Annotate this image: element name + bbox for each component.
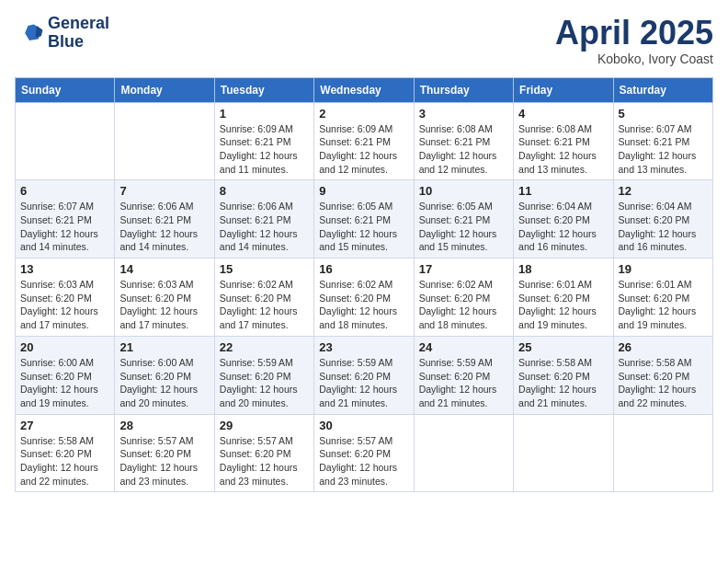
day-info: Sunrise: 5:58 AM Sunset: 6:20 PM Dayligh…: [20, 434, 109, 488]
weekday-header: Wednesday: [314, 77, 414, 102]
calendar-cell: 26Sunrise: 5:58 AM Sunset: 6:20 PM Dayli…: [613, 336, 712, 414]
calendar-cell: [514, 414, 613, 492]
day-info: Sunrise: 6:08 AM Sunset: 6:21 PM Dayligh…: [518, 122, 608, 177]
logo-line2: Blue: [48, 33, 109, 52]
day-info: Sunrise: 6:08 AM Sunset: 6:21 PM Dayligh…: [419, 122, 508, 177]
day-number: 23: [319, 340, 408, 354]
day-number: 16: [319, 262, 408, 276]
title-block: April 2025 Koboko, Ivory Coast: [555, 15, 713, 66]
day-info: Sunrise: 6:07 AM Sunset: 6:21 PM Dayligh…: [20, 200, 109, 254]
weekday-header: Thursday: [414, 77, 513, 102]
day-number: 18: [518, 262, 608, 276]
day-number: 21: [119, 340, 209, 354]
calendar-cell: 28Sunrise: 5:57 AM Sunset: 6:20 PM Dayli…: [115, 414, 214, 492]
calendar-week-row: 1Sunrise: 6:09 AM Sunset: 6:21 PM Daylig…: [16, 102, 713, 180]
calendar-cell: 4Sunrise: 6:08 AM Sunset: 6:21 PM Daylig…: [514, 102, 613, 180]
calendar-week-row: 27Sunrise: 5:58 AM Sunset: 6:20 PM Dayli…: [16, 414, 713, 492]
logo-icon: [15, 18, 44, 48]
day-number: 15: [220, 262, 309, 276]
day-number: 25: [518, 340, 608, 354]
day-info: Sunrise: 6:07 AM Sunset: 6:21 PM Dayligh…: [619, 122, 708, 177]
day-number: 3: [419, 107, 508, 121]
calendar-cell: 29Sunrise: 5:57 AM Sunset: 6:20 PM Dayli…: [214, 414, 313, 492]
calendar-cell: 21Sunrise: 6:00 AM Sunset: 6:20 PM Dayli…: [115, 336, 214, 414]
calendar-cell: 23Sunrise: 5:59 AM Sunset: 6:20 PM Dayli…: [314, 336, 414, 414]
day-number: 19: [619, 262, 708, 276]
day-info: Sunrise: 6:02 AM Sunset: 6:20 PM Dayligh…: [319, 278, 408, 332]
calendar-cell: [613, 414, 712, 492]
day-info: Sunrise: 5:58 AM Sunset: 6:20 PM Dayligh…: [518, 356, 608, 410]
day-number: 2: [319, 107, 408, 121]
calendar-cell: 7Sunrise: 6:06 AM Sunset: 6:21 PM Daylig…: [115, 180, 214, 259]
day-info: Sunrise: 6:02 AM Sunset: 6:20 PM Dayligh…: [220, 278, 309, 332]
calendar-cell: [16, 102, 115, 180]
day-info: Sunrise: 6:04 AM Sunset: 6:20 PM Dayligh…: [619, 200, 708, 254]
month-title: April 2025: [555, 15, 713, 52]
calendar-cell: 5Sunrise: 6:07 AM Sunset: 6:21 PM Daylig…: [613, 102, 712, 180]
calendar-cell: 1Sunrise: 6:09 AM Sunset: 6:21 PM Daylig…: [214, 102, 313, 180]
day-number: 13: [20, 262, 109, 276]
day-number: 8: [220, 184, 309, 198]
day-number: 4: [518, 107, 608, 121]
calendar-cell: 2Sunrise: 6:09 AM Sunset: 6:21 PM Daylig…: [314, 102, 414, 180]
day-info: Sunrise: 5:59 AM Sunset: 6:20 PM Dayligh…: [319, 356, 408, 410]
calendar-cell: [414, 414, 513, 492]
day-info: Sunrise: 6:04 AM Sunset: 6:20 PM Dayligh…: [518, 200, 608, 254]
day-info: Sunrise: 5:58 AM Sunset: 6:20 PM Dayligh…: [619, 356, 708, 410]
calendar-cell: 30Sunrise: 5:57 AM Sunset: 6:20 PM Dayli…: [314, 414, 414, 492]
day-info: Sunrise: 6:00 AM Sunset: 6:20 PM Dayligh…: [20, 356, 109, 410]
day-info: Sunrise: 6:03 AM Sunset: 6:20 PM Dayligh…: [119, 278, 209, 332]
day-info: Sunrise: 6:01 AM Sunset: 6:20 PM Dayligh…: [518, 278, 608, 332]
day-info: Sunrise: 5:59 AM Sunset: 6:20 PM Dayligh…: [419, 356, 508, 410]
weekday-header: Monday: [115, 77, 214, 102]
day-number: 20: [20, 340, 109, 354]
calendar-cell: 14Sunrise: 6:03 AM Sunset: 6:20 PM Dayli…: [115, 259, 214, 337]
calendar-cell: 27Sunrise: 5:58 AM Sunset: 6:20 PM Dayli…: [16, 414, 115, 492]
calendar-cell: 20Sunrise: 6:00 AM Sunset: 6:20 PM Dayli…: [16, 336, 115, 414]
day-number: 29: [220, 419, 309, 432]
calendar-week-row: 6Sunrise: 6:07 AM Sunset: 6:21 PM Daylig…: [16, 180, 713, 259]
day-info: Sunrise: 6:00 AM Sunset: 6:20 PM Dayligh…: [119, 356, 209, 410]
day-number: 5: [619, 107, 708, 121]
calendar-cell: 18Sunrise: 6:01 AM Sunset: 6:20 PM Dayli…: [514, 259, 613, 337]
weekday-header-row: SundayMondayTuesdayWednesdayThursdayFrid…: [16, 77, 713, 102]
day-number: 14: [119, 262, 209, 276]
day-info: Sunrise: 6:06 AM Sunset: 6:21 PM Dayligh…: [220, 200, 309, 254]
calendar-week-row: 13Sunrise: 6:03 AM Sunset: 6:20 PM Dayli…: [16, 259, 713, 337]
day-number: 12: [619, 184, 708, 198]
logo: General Blue: [15, 15, 109, 52]
day-number: 17: [419, 262, 508, 276]
day-number: 10: [419, 184, 508, 198]
day-info: Sunrise: 6:05 AM Sunset: 6:21 PM Dayligh…: [319, 200, 408, 254]
weekday-header: Saturday: [613, 77, 712, 102]
day-number: 26: [619, 340, 708, 354]
weekday-header: Friday: [514, 77, 613, 102]
calendar-cell: 3Sunrise: 6:08 AM Sunset: 6:21 PM Daylig…: [414, 102, 513, 180]
logo-line1: General: [48, 15, 109, 33]
day-info: Sunrise: 5:57 AM Sunset: 6:20 PM Dayligh…: [220, 434, 309, 488]
day-number: 28: [119, 419, 209, 432]
calendar-cell: 17Sunrise: 6:02 AM Sunset: 6:20 PM Dayli…: [414, 259, 513, 337]
day-number: 11: [518, 184, 608, 198]
day-info: Sunrise: 6:09 AM Sunset: 6:21 PM Dayligh…: [319, 122, 408, 177]
day-number: 24: [419, 340, 508, 354]
day-number: 1: [220, 107, 309, 121]
day-info: Sunrise: 6:05 AM Sunset: 6:21 PM Dayligh…: [419, 200, 508, 254]
calendar-cell: 13Sunrise: 6:03 AM Sunset: 6:20 PM Dayli…: [16, 259, 115, 337]
day-number: 6: [20, 184, 109, 198]
calendar-cell: 12Sunrise: 6:04 AM Sunset: 6:20 PM Dayli…: [613, 180, 712, 259]
day-number: 7: [119, 184, 209, 198]
calendar-table: SundayMondayTuesdayWednesdayThursdayFrid…: [15, 77, 713, 493]
day-info: Sunrise: 5:57 AM Sunset: 6:20 PM Dayligh…: [119, 434, 209, 488]
day-info: Sunrise: 6:09 AM Sunset: 6:21 PM Dayligh…: [220, 122, 309, 177]
day-info: Sunrise: 5:57 AM Sunset: 6:20 PM Dayligh…: [319, 434, 408, 488]
day-number: 22: [220, 340, 309, 354]
calendar-cell: 15Sunrise: 6:02 AM Sunset: 6:20 PM Dayli…: [214, 259, 313, 337]
day-info: Sunrise: 6:06 AM Sunset: 6:21 PM Dayligh…: [119, 200, 209, 254]
page-header: General Blue April 2025 Koboko, Ivory Co…: [15, 15, 713, 66]
calendar-cell: 22Sunrise: 5:59 AM Sunset: 6:20 PM Dayli…: [214, 336, 313, 414]
calendar-cell: 11Sunrise: 6:04 AM Sunset: 6:20 PM Dayli…: [514, 180, 613, 259]
calendar-cell: 8Sunrise: 6:06 AM Sunset: 6:21 PM Daylig…: [214, 180, 313, 259]
day-number: 9: [319, 184, 408, 198]
calendar-cell: 25Sunrise: 5:58 AM Sunset: 6:20 PM Dayli…: [514, 336, 613, 414]
